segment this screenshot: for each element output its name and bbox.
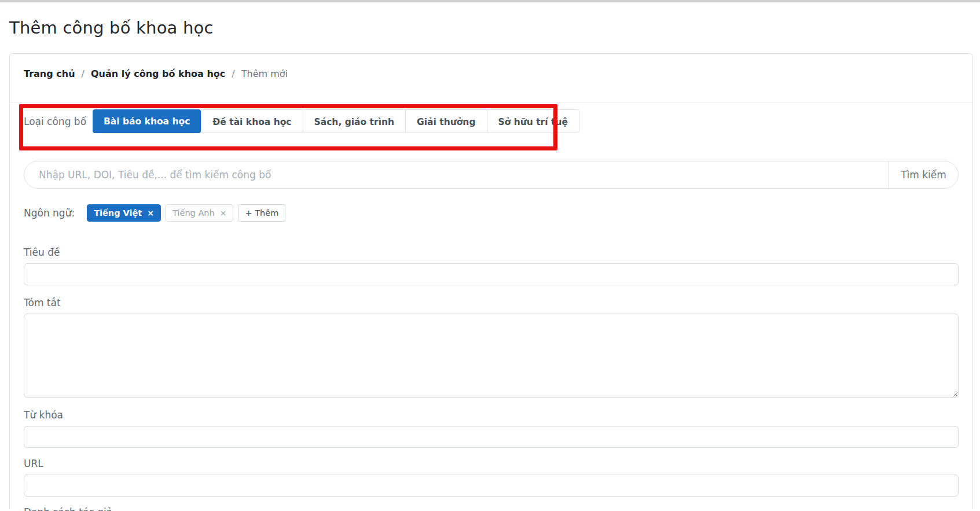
content-card: Trang chủ / Quản lý công bố khoa học / T… — [9, 53, 973, 509]
url-field: URL — [24, 458, 959, 497]
tab-giai-thuong[interactable]: Giải thưởng — [405, 110, 486, 133]
breadcrumb-home-link[interactable]: Trang chủ — [24, 68, 75, 80]
keywords-input[interactable] — [24, 426, 959, 448]
authors-list-label: Danh sách tác giả — [24, 506, 959, 511]
add-language-button[interactable]: + Thêm — [238, 204, 285, 222]
authors-field: Danh sách tác giả — [24, 506, 959, 511]
remove-tag-icon[interactable]: × — [220, 209, 227, 217]
language-tag-label: Tiếng Việt — [94, 208, 142, 218]
remove-tag-icon[interactable]: × — [147, 209, 154, 217]
url-label: URL — [24, 458, 959, 469]
search-input[interactable] — [24, 161, 889, 188]
language-row: Ngôn ngữ: Tiếng Việt × Tiếng Anh × + Thê… — [24, 204, 959, 222]
tab-sach-giao-trinh[interactable]: Sách, giáo trình — [303, 110, 405, 133]
url-input[interactable] — [24, 475, 959, 497]
breadcrumb-separator: / — [232, 68, 234, 80]
language-label: Ngôn ngữ: — [24, 207, 75, 219]
publication-type-row: Loại công bố Bài báo khoa học Đề tài kho… — [24, 109, 959, 133]
abstract-field: Tóm tắt — [24, 297, 959, 398]
breadcrumb-manage-publications-link[interactable]: Quản lý công bố khoa học — [91, 68, 225, 80]
page-title: Thêm công bố khoa học — [9, 18, 980, 38]
abstract-label: Tóm tắt — [24, 297, 959, 308]
title-field: Tiêu đề — [24, 247, 959, 285]
keywords-label: Từ khóa — [24, 409, 959, 421]
language-tag-english[interactable]: Tiếng Anh × — [166, 204, 233, 222]
publication-type-tab-group: Đề tài khoa học Sách, giáo trình Giải th… — [201, 109, 579, 133]
tab-de-tai-khoa-hoc[interactable]: Đề tài khoa học — [201, 110, 302, 133]
breadcrumb-current-page: Thêm mới — [241, 68, 288, 80]
tab-so-huu-tri-tue[interactable]: Sở hữu trí tuệ — [487, 110, 579, 133]
window-top-edge — [0, 0, 980, 2]
search-button[interactable]: Tìm kiếm — [889, 161, 958, 188]
section-divider — [10, 102, 972, 102]
breadcrumb: Trang chủ / Quản lý công bố khoa học / T… — [24, 68, 959, 80]
publication-search-bar: Tìm kiếm — [24, 161, 959, 189]
publication-type-label: Loại công bố — [24, 116, 86, 127]
language-tag-label: Tiếng Anh — [172, 208, 215, 218]
keywords-field: Từ khóa — [24, 409, 959, 448]
title-input[interactable] — [24, 263, 959, 285]
abstract-textarea[interactable] — [24, 314, 959, 398]
tab-bai-bao-khoa-hoc[interactable]: Bài báo khoa học — [93, 109, 201, 133]
title-label: Tiêu đề — [24, 247, 959, 258]
breadcrumb-separator: / — [82, 68, 85, 80]
language-tag-vietnamese[interactable]: Tiếng Việt × — [87, 204, 161, 222]
